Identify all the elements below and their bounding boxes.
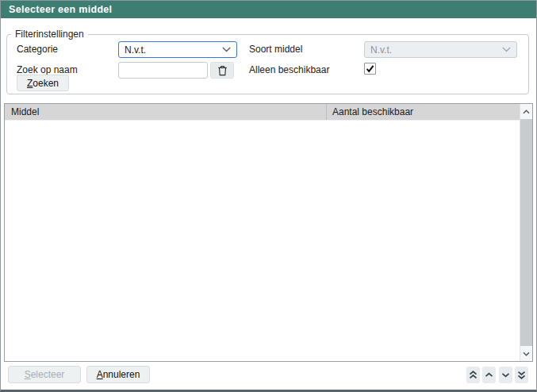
categorie-label: Categorie: [17, 44, 58, 56]
scrollbar-up-button[interactable]: [520, 104, 532, 119]
chevron-down-icon: [222, 47, 231, 52]
zoek-op-naam-input[interactable]: [118, 62, 208, 79]
move-up-button[interactable]: [482, 367, 496, 383]
dialog-title: Selecteer een middel: [9, 4, 112, 15]
chevron-down-icon: [502, 47, 511, 52]
double-chevron-up-icon: [469, 371, 478, 379]
table-header-row: Middel Aantal beschikbaar: [5, 104, 520, 121]
soort-middel-label: Soort middel: [249, 44, 302, 56]
move-to-top-button[interactable]: [466, 367, 480, 383]
double-chevron-down-icon: [517, 371, 526, 379]
chevron-up-icon: [485, 372, 493, 378]
filter-fieldset: Filterinstellingen Categorie N.v.t. Soor…: [6, 34, 529, 94]
filter-legend: Filterinstellingen: [11, 29, 88, 40]
column-header-middel[interactable]: Middel: [5, 104, 326, 120]
scrollbar-down-button[interactable]: [520, 346, 532, 361]
column-header-aantal-beschikbaar[interactable]: Aantal beschikbaar: [327, 104, 520, 120]
dialog-window: Selecteer een middel Filterinstellingen …: [0, 0, 537, 392]
categorie-select[interactable]: N.v.t.: [118, 41, 237, 58]
clear-search-button[interactable]: [210, 62, 234, 79]
results-table: Middel Aantal beschikbaar: [4, 103, 533, 362]
selecteer-button-label: Selecteer: [25, 369, 65, 380]
chevron-down-icon: [501, 372, 510, 378]
annuleren-button-label: Annuleren: [97, 369, 140, 380]
zoeken-button[interactable]: Zoeken: [17, 75, 69, 91]
zoeken-button-label: Zoeken: [27, 78, 59, 89]
selecteer-button[interactable]: Selecteer: [8, 366, 81, 383]
annuleren-button[interactable]: Annuleren: [86, 366, 150, 383]
alleen-beschikbaar-checkbox[interactable]: [364, 63, 376, 75]
scrollbar-thumb[interactable]: [520, 119, 532, 346]
checkmark-icon: [366, 64, 374, 73]
soort-middel-select-value: N.v.t.: [370, 44, 392, 56]
chevron-down-icon: [523, 352, 530, 356]
vertical-scrollbar[interactable]: [520, 104, 532, 361]
categorie-select-value: N.v.t.: [125, 44, 146, 56]
table-body: [5, 121, 520, 361]
move-to-bottom-button[interactable]: [515, 367, 528, 383]
soort-middel-select: N.v.t.: [364, 41, 517, 58]
trash-icon: [217, 65, 228, 76]
move-down-button[interactable]: [499, 367, 512, 383]
dialog-titlebar: Selecteer een middel: [1, 1, 536, 18]
chevron-up-icon: [523, 110, 530, 114]
alleen-beschikbaar-label: Alleen beschikbaar: [249, 64, 329, 76]
